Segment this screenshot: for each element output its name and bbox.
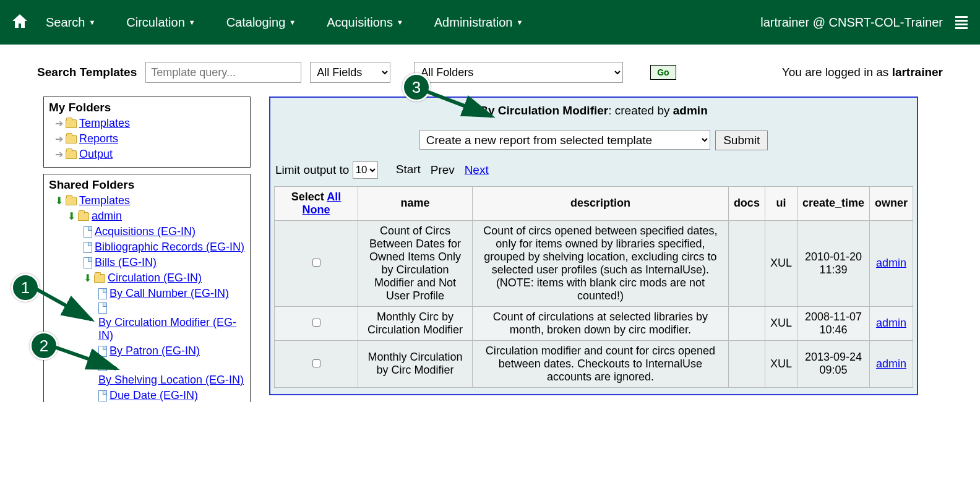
select-all-link[interactable]: All: [327, 191, 341, 203]
menu-label: Cataloging: [226, 15, 286, 30]
expand-icon[interactable]: ➔: [55, 133, 63, 145]
row-checkbox[interactable]: [312, 259, 320, 267]
user-indicator[interactable]: lartrainer @ CNSRT-COL-Trainer: [760, 15, 943, 30]
folder-bills[interactable]: Bills (EG-IN): [95, 256, 157, 269]
menu-label: Administration: [434, 15, 513, 30]
col-description: description: [473, 186, 729, 220]
logged-in-user: lartrainer: [892, 66, 943, 79]
cell-name: Monthly Circ by Circulation Modifier: [358, 306, 473, 340]
folder-admin[interactable]: admin: [92, 210, 122, 223]
folder-by-circ-modifier[interactable]: By Circulation Modifier (EG-IN): [98, 316, 245, 342]
folder-icon: [78, 212, 89, 221]
templates-table: Select All None name description docs ui…: [274, 186, 913, 388]
folder-icon: [66, 135, 77, 144]
collapse-icon[interactable]: ⬇: [55, 195, 63, 207]
limit-label: Limit output to: [275, 163, 353, 176]
main-menu: Search▼ Circulation▼ Cataloging▼ Acquisi…: [46, 15, 760, 30]
my-folders-panel: My Folders ➔ Templates ➔ Reports ➔ Outpu…: [43, 96, 251, 168]
cell-docs: [728, 220, 765, 306]
caret-down-icon: ▼: [88, 19, 95, 26]
annotation-3: 3: [402, 73, 431, 101]
file-icon: [84, 242, 92, 253]
folder-due-date[interactable]: Due Date (EG-IN): [110, 389, 198, 402]
col-select-label: Select: [291, 191, 324, 203]
cell-name: Count of Circs Between Dates for Owned I…: [358, 220, 473, 306]
caret-down-icon: ▼: [289, 19, 296, 26]
cell-description: Count of circs opened between specified …: [473, 220, 729, 306]
hamburger-icon[interactable]: [955, 16, 968, 29]
owner-link[interactable]: admin: [876, 257, 906, 269]
row-checkbox[interactable]: [312, 319, 320, 327]
expand-icon[interactable]: ➔: [55, 148, 63, 160]
caret-down-icon: ▼: [516, 19, 523, 26]
paging-row: Limit output to 10 Start Prev Next: [270, 158, 917, 182]
cell-name: Monthly Circulation by Circ Modifier: [358, 340, 473, 387]
limit-select[interactable]: 10: [353, 161, 378, 179]
cell-docs: [728, 340, 765, 387]
menu-search[interactable]: Search▼: [46, 15, 95, 30]
home-icon[interactable]: [12, 13, 27, 32]
folder-icon: [66, 119, 77, 128]
caret-down-icon: ▼: [397, 19, 403, 26]
menu-circulation[interactable]: Circulation▼: [126, 15, 195, 30]
folder-icon: [66, 150, 77, 159]
cell-create-time: 2010-01-20 11:39: [797, 220, 869, 306]
created-by-sep: : created by: [608, 104, 673, 117]
collapse-icon[interactable]: ⬇: [67, 210, 75, 222]
search-folders-select[interactable]: All Folders: [414, 62, 623, 83]
annotation-number: 2: [40, 336, 48, 356]
folder-templates[interactable]: Templates: [79, 117, 130, 130]
annotation-2: 2: [30, 332, 58, 360]
folder-by-call-number[interactable]: By Call Number (EG-IN): [110, 287, 229, 300]
paging-next[interactable]: Next: [465, 163, 489, 176]
folder-icon: [66, 197, 77, 205]
folder-acquisitions[interactable]: Acquisitions (EG-IN): [95, 225, 196, 238]
select-none-link[interactable]: None: [303, 204, 330, 216]
cell-description: Count of circulations at selected librar…: [473, 306, 729, 340]
menu-administration[interactable]: Administration▼: [434, 15, 523, 30]
annotation-number: 3: [412, 78, 421, 97]
cell-ui: XUL: [765, 220, 797, 306]
row-checkbox[interactable]: [312, 359, 320, 367]
collapse-icon[interactable]: ⬇: [84, 272, 92, 284]
expand-icon[interactable]: ➔: [55, 118, 63, 129]
menu-label: Circulation: [126, 15, 184, 30]
go-button[interactable]: Go: [650, 65, 676, 80]
panel-title: Shared Folders: [49, 178, 245, 192]
annotation-1: 1: [11, 273, 40, 302]
col-select: Select All None: [275, 186, 358, 220]
search-templates-label: Search Templates: [37, 66, 137, 79]
top-nav: Search▼ Circulation▼ Cataloging▼ Acquisi…: [0, 0, 980, 45]
folder-output[interactable]: Output: [79, 148, 113, 161]
file-icon: [98, 390, 107, 401]
submit-button[interactable]: Submit: [715, 131, 768, 150]
paging-prev: Prev: [431, 163, 455, 176]
cell-docs: [728, 306, 765, 340]
folder-reports[interactable]: Reports: [79, 132, 118, 145]
owner-link[interactable]: admin: [876, 317, 906, 329]
search-fields-select[interactable]: All Fields: [310, 62, 390, 83]
menu-cataloging[interactable]: Cataloging▼: [226, 15, 296, 30]
cell-create-time: 2008-11-07 10:46: [797, 306, 869, 340]
cell-create-time: 2013-09-24 09:05: [797, 340, 869, 387]
annotation-arrow-icon: [36, 286, 104, 335]
search-row: Search Templates All Fields All Folders …: [0, 45, 980, 90]
folder-bibliographic[interactable]: Bibliographic Records (EG-IN): [95, 241, 244, 254]
folder-shared-templates[interactable]: Templates: [79, 194, 130, 207]
annotation-arrow-icon: [427, 88, 507, 138]
creator-name: admin: [673, 104, 708, 117]
folder-circulation[interactable]: Circulation (EG-IN): [108, 272, 202, 285]
menu-acquisitions[interactable]: Acquisitions▼: [327, 15, 403, 30]
panel-title: My Folders: [49, 101, 245, 114]
caret-down-icon: ▼: [189, 19, 196, 26]
cell-description: Circulation modifier and count for circs…: [473, 340, 729, 387]
table-row: Count of Circs Between Dates for Owned I…: [275, 220, 913, 306]
table-row: Monthly Circ by Circulation Modifier Cou…: [275, 306, 913, 340]
svg-line-1: [54, 347, 116, 369]
owner-link[interactable]: admin: [876, 358, 906, 370]
annotation-arrow-icon: [54, 344, 129, 387]
annotation-number: 1: [21, 278, 30, 298]
logged-in-text: You are logged in as lartrainer: [782, 66, 943, 79]
svg-line-2: [427, 92, 492, 116]
template-query-input[interactable]: [145, 62, 301, 83]
